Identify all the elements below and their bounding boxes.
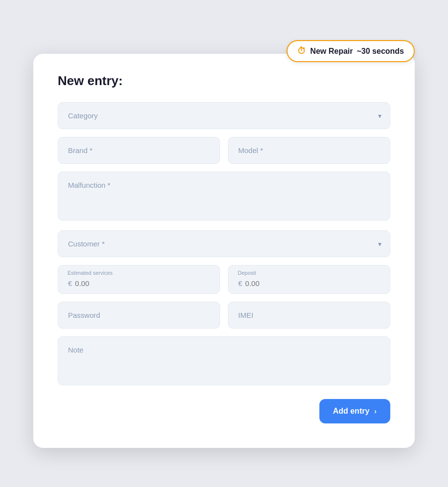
add-entry-label: Add entry [333, 407, 370, 416]
category-select[interactable]: Category [58, 102, 390, 129]
estimated-services-label: Estimated services [67, 270, 112, 276]
customer-select[interactable]: Customer * [58, 230, 390, 257]
category-row: Category ▾ [58, 102, 390, 129]
deposit-input[interactable] [245, 279, 380, 288]
estimated-currency-symbol: € [68, 279, 72, 288]
deposit-wrapper: Deposit € [228, 265, 390, 294]
model-input[interactable] [228, 137, 390, 164]
note-row [58, 336, 390, 387]
add-entry-chevron-icon: › [374, 407, 377, 415]
malfunction-row [58, 172, 390, 222]
note-input[interactable] [58, 336, 390, 385]
customer-select-wrapper: Customer * ▾ [58, 230, 390, 257]
add-entry-button[interactable]: Add entry › [319, 399, 390, 423]
page-wrapper: ⏱ New Repair ~30 seconds New entry: Cate… [33, 54, 415, 448]
deposit-label: Deposit [238, 270, 256, 276]
badge-label: New Repair [310, 47, 353, 56]
customer-row: Customer * ▾ [58, 230, 390, 257]
estimated-services-input[interactable] [75, 279, 210, 288]
deposit-container: € [228, 265, 390, 294]
brand-input[interactable] [58, 137, 220, 164]
malfunction-input[interactable] [58, 172, 390, 221]
financials-row: Estimated services € Deposit € [58, 265, 390, 294]
imei-input[interactable] [228, 302, 390, 329]
estimated-services-wrapper: Estimated services € [58, 265, 220, 294]
brand-model-row [58, 137, 390, 164]
password-input[interactable] [58, 302, 220, 329]
timer-icon: ⏱ [297, 46, 306, 56]
badge-time: ~30 seconds [357, 47, 404, 56]
category-select-wrapper: Category ▾ [58, 102, 390, 129]
page-title: New entry: [58, 73, 390, 89]
password-imei-row [58, 302, 390, 329]
form-card: New entry: Category ▾ Customer * [33, 54, 415, 448]
footer-row: Add entry › [58, 399, 390, 423]
new-repair-badge: ⏱ New Repair ~30 seconds [287, 40, 415, 62]
deposit-currency-symbol: € [238, 279, 242, 288]
estimated-services-container: € [58, 265, 220, 294]
